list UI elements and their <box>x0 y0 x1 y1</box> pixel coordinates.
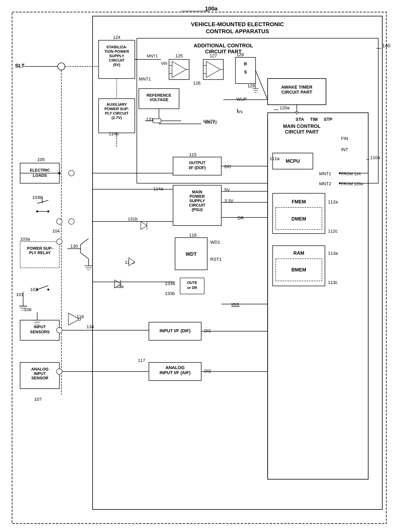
fmem-label: FMEM <box>292 199 306 204</box>
label-101: 101 <box>16 292 24 297</box>
svg-point-98 <box>56 369 62 374</box>
stabilization-box-text3: SUPPLY <box>109 54 124 58</box>
additional-circuit-label-line1: ADDITIONAL CONTROL <box>193 43 253 49</box>
mcpu-label: MCPU <box>286 158 300 164</box>
label-mnt1-wire: MNT1 <box>147 54 158 58</box>
input-sensors-text1: INPUT <box>34 325 46 329</box>
svg-point-80 <box>47 210 49 212</box>
svg-line-84 <box>37 285 48 290</box>
diagram-container: 100a VEHICLE-MOUNTED ELECTRONIC CONTROL … <box>0 0 399 532</box>
rs-s-label: S <box>244 70 247 75</box>
awake-timer-text2: CIRCUIT PART <box>281 90 312 95</box>
svg-rect-51 <box>153 119 161 123</box>
label-fin: FIN <box>341 136 348 141</box>
label-105: 105 <box>37 157 45 162</box>
ref-voltage-text1: REFERENCE <box>146 93 171 97</box>
main-ctrl-stp: STP <box>324 117 332 122</box>
wdt-label: WDT <box>186 251 197 257</box>
label-rst1: RST1 <box>210 257 222 262</box>
main-ctrl-text2: CIRCUIT PART <box>285 129 319 134</box>
label-130: 130 <box>70 244 78 249</box>
main-psu-text4: CIRCUIT <box>189 203 205 207</box>
output-if-text1: OUTPUT <box>189 160 206 165</box>
label-124: 124 <box>113 35 120 40</box>
bmem-label: BMEM <box>291 267 306 272</box>
label-113c: 113c <box>328 280 338 285</box>
stabilization-box-text5: (5V) <box>113 63 120 67</box>
label-128: 128 <box>237 52 244 57</box>
svg-line-77 <box>37 200 48 203</box>
svg-point-81 <box>56 219 62 224</box>
label-133b: 133b <box>165 291 175 296</box>
label-106: 106 <box>24 307 31 312</box>
svg-point-7 <box>58 63 65 70</box>
main-ctrl-text1: MAIN CONTROL <box>283 123 321 129</box>
label-mnt2-right: MNT2 <box>319 181 331 186</box>
auxiliary-box-text4: (2.7V) <box>112 116 122 120</box>
auxiliary-box-text1: AUXILIARY <box>106 102 127 107</box>
label-115: 115 <box>189 152 197 157</box>
label-113a: 113a <box>328 251 338 256</box>
label-117: 117 <box>138 358 145 363</box>
label-from-120a: FROM 120a <box>341 182 363 186</box>
power-relay-text1: POWER SUP- <box>27 246 53 251</box>
main-ctrl-sta: STA <box>296 117 304 122</box>
ref-voltage-text2: VOLTAGE <box>150 97 168 102</box>
label-di1: DI1 <box>204 328 211 333</box>
auxiliary-box-text2: POWER SUP- <box>104 107 129 111</box>
electric-loads-text2: LOADS <box>33 173 47 177</box>
label-wd1: WD1 <box>210 240 220 245</box>
output-if-text2: I/F (DOF) <box>189 165 206 170</box>
analog-if-text2: INPUT I/F (AIF) <box>160 370 191 375</box>
svg-point-82 <box>69 219 74 224</box>
input-if-label: INPUT I/F (DIF) <box>160 328 191 333</box>
svg-point-74 <box>58 172 61 174</box>
analog-sensor-text1: ANALOG <box>31 367 49 371</box>
main-psu-text1: MAIN <box>192 190 202 194</box>
label-114b: 114b <box>109 131 118 136</box>
main-title-line2: CONTROL APPARATUS <box>206 28 269 34</box>
svg-point-86 <box>47 289 49 291</box>
electric-loads-text1: ELECTRIC <box>30 168 50 172</box>
svg-point-83 <box>56 239 62 244</box>
label-104: 104 <box>52 228 60 234</box>
rs-r-label: R <box>244 61 247 66</box>
label-112c: 112c <box>328 228 338 234</box>
label-do: DO <box>224 164 231 169</box>
awake-timer-text1: AWAKE TIMER <box>281 85 312 90</box>
label-112a: 112a <box>328 199 338 204</box>
main-psu-text5: (PSU) <box>192 207 203 212</box>
label-vin: Vin <box>161 61 167 66</box>
main-title-line1: VEHICLE-MOUNTED ELECTRONIC <box>191 21 284 27</box>
label-111a: 111a <box>270 156 280 161</box>
circuit-diagram: 100a VEHICLE-MOUNTED ELECTRONIC CONTROL … <box>0 0 399 532</box>
main-ctrl-tim: TIM <box>310 117 318 122</box>
svg-point-85 <box>36 289 38 291</box>
label-114a: 114a <box>153 186 163 191</box>
oute-dr-text1: OUTE <box>187 281 197 285</box>
label-mnt2-wire: MNT2 <box>203 119 215 124</box>
input-sensors-text2: SENSORS <box>30 330 50 334</box>
oute-dr-text2: or DR <box>187 286 197 290</box>
label-125: 125 <box>175 53 183 58</box>
analog-sensor-text3: SENSOR <box>31 376 49 380</box>
label-from-124: FROM 124 <box>341 171 361 176</box>
label-vs: Vs <box>237 109 243 114</box>
analog-sensor-text2: INPUT <box>34 371 46 376</box>
power-relay-text2: PLY RELAY <box>29 251 51 255</box>
stabilization-box-text1: STABILIZA- <box>106 45 127 49</box>
ref-100a-label: 100a <box>205 6 218 12</box>
svg-point-96 <box>56 327 62 333</box>
svg-marker-101 <box>141 222 147 229</box>
label-118: 118 <box>189 233 197 238</box>
label-dr: DR <box>237 215 244 221</box>
stabilization-box-text4: CIRCUIT <box>109 58 124 63</box>
label-mnt1-top: MNT1 <box>139 76 151 82</box>
auxiliary-box-text3: PLY CIRCUIT <box>105 111 129 115</box>
label-103b: 103b <box>32 195 42 200</box>
analog-if-text1: ANALOG <box>165 365 185 370</box>
label-127: 127 <box>210 53 217 58</box>
svg-point-79 <box>36 210 38 212</box>
dmem-label: DMEM <box>291 216 306 222</box>
svg-line-109 <box>81 239 88 245</box>
